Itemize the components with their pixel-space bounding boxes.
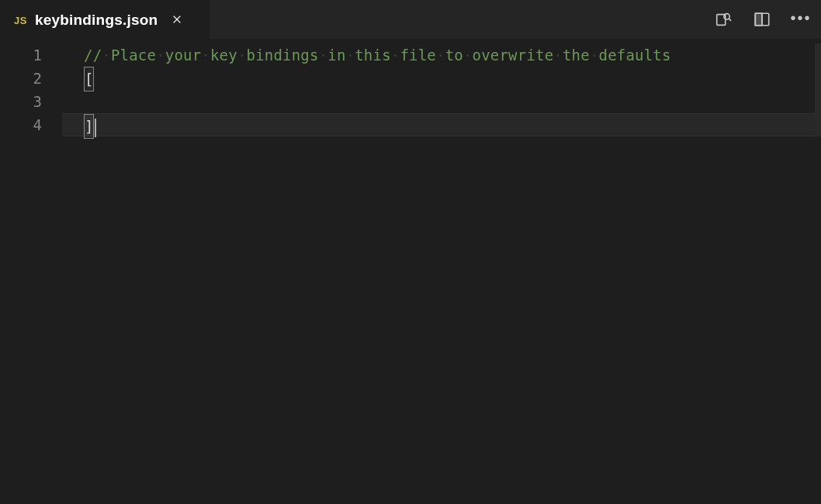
tab-title: keybindings.json bbox=[35, 12, 158, 27]
more-actions-icon[interactable]: ••• bbox=[790, 7, 812, 29]
minimap-viewport[interactable] bbox=[815, 43, 821, 136]
code-line-3 bbox=[84, 90, 821, 113]
minimap[interactable] bbox=[815, 39, 821, 504]
svg-rect-7 bbox=[755, 13, 762, 26]
tab-actions: ••• bbox=[712, 0, 821, 39]
editor-window: JS keybindings.json bbox=[0, 0, 821, 504]
tab-bar: JS keybindings.json bbox=[0, 0, 821, 39]
open-changes-icon[interactable] bbox=[712, 9, 734, 30]
line-number: 4 bbox=[0, 113, 62, 136]
js-file-icon: JS bbox=[14, 16, 27, 26]
text-cursor bbox=[95, 119, 96, 137]
tab-keybindings[interactable]: JS keybindings.json bbox=[0, 0, 210, 39]
code-line-4: ] bbox=[62, 113, 821, 136]
editor[interactable]: 1 2 3 4 //·Place·your·key·bindings·in·th… bbox=[0, 39, 821, 504]
code-line-1: //·Place·your·key·bindings·in·this·file·… bbox=[84, 43, 821, 67]
svg-line-4 bbox=[729, 19, 731, 21]
split-editor-icon[interactable] bbox=[751, 9, 773, 30]
open-bracket: [ bbox=[84, 67, 94, 91]
close-bracket: ] bbox=[84, 114, 94, 139]
line-gutter: 1 2 3 4 bbox=[0, 39, 62, 504]
line-number: 2 bbox=[0, 67, 62, 90]
close-icon[interactable] bbox=[168, 11, 185, 28]
line-number: 3 bbox=[0, 90, 62, 113]
code-line-2: [ bbox=[84, 67, 821, 90]
code-area[interactable]: //·Place·your·key·bindings·in·this·file·… bbox=[62, 39, 821, 504]
line-number: 1 bbox=[0, 43, 62, 67]
